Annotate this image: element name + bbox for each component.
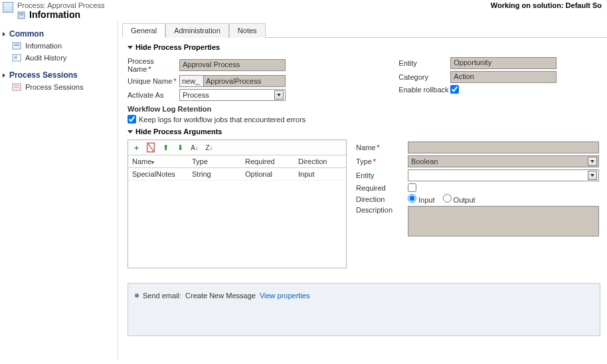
process-type-label: Process: Approval Process xyxy=(17,1,104,9)
solution-context: Working on solution: Default So xyxy=(491,1,602,9)
page-title: Information xyxy=(29,9,80,20)
keep-logs-checkbox[interactable] xyxy=(128,115,136,124)
move-down-button[interactable]: ⬇ xyxy=(175,142,185,153)
tab-notes[interactable]: Notes xyxy=(229,23,266,38)
view-properties-link[interactable]: View properties xyxy=(260,292,310,300)
entity-field: Opportunity xyxy=(450,57,557,69)
tab-strip: General Administration Notes xyxy=(122,23,607,38)
arg-entity-select[interactable] xyxy=(408,169,599,181)
argument-row[interactable]: SpecialNotes String Optional Input xyxy=(128,168,346,181)
chevron-down-icon xyxy=(274,90,284,100)
arg-type-select[interactable]: Boolean xyxy=(408,155,599,167)
nav-group-common: Common xyxy=(0,27,115,40)
category-label: Category xyxy=(398,73,450,81)
sidebar-item-process-sessions[interactable]: Process Sessions xyxy=(0,81,115,93)
info-small-icon xyxy=(17,11,25,19)
section-toggle-arguments[interactable]: Hide Process Arguments xyxy=(128,128,600,136)
svg-rect-7 xyxy=(14,56,17,56)
arg-required-checkbox[interactable] xyxy=(408,183,416,192)
delete-argument-button[interactable] xyxy=(145,142,156,153)
unique-name-field[interactable]: new_ ApprovalProcess xyxy=(179,75,286,87)
sort-desc-button[interactable]: Z↓ xyxy=(204,142,215,153)
svg-rect-2 xyxy=(19,15,23,15)
col-direction[interactable]: Direction xyxy=(294,155,341,167)
add-argument-button[interactable]: ＋ xyxy=(131,142,141,153)
sidebar-item-audit-history[interactable]: Audit History xyxy=(0,52,115,64)
activate-as-label: Activate As xyxy=(128,91,179,99)
svg-rect-12 xyxy=(14,87,19,88)
unique-name-prefix: new_ xyxy=(180,76,204,86)
arg-required-label: Required xyxy=(356,184,408,192)
col-name[interactable]: Name▾ xyxy=(128,155,188,167)
svg-rect-1 xyxy=(19,13,23,14)
workflow-log-retention-header: Workflow Log Retention xyxy=(128,105,305,113)
col-required[interactable]: Required xyxy=(241,155,294,167)
arguments-grid: ＋ ⬆ ⬇ A↓ Z↓ Name▾ Type Required Directio… xyxy=(128,139,347,268)
step-action-value: Create New Message xyxy=(185,292,256,300)
category-field: Action xyxy=(450,71,557,83)
step-row[interactable]: Send email: Create New Message View prop… xyxy=(135,292,593,300)
argument-editor: Name* Type* Boolean Entity xyxy=(356,139,600,268)
activate-as-select[interactable]: Process xyxy=(179,89,286,101)
process-name-field[interactable]: Approval Process xyxy=(179,59,286,71)
move-up-button[interactable]: ⬆ xyxy=(160,142,171,153)
direction-output-option[interactable]: Output xyxy=(443,194,476,204)
enable-rollback-checkbox[interactable] xyxy=(450,85,459,94)
sidebar-label: Audit History xyxy=(25,54,66,62)
arg-type-label: Type* xyxy=(356,157,408,165)
step-action-label: Send email: xyxy=(143,292,181,300)
arg-direction-label: Direction xyxy=(356,195,408,203)
svg-rect-8 xyxy=(14,57,17,58)
keep-logs-label: Keep logs for workflow jobs that encount… xyxy=(139,116,305,124)
window-header: Process: Approval Process Information Wo… xyxy=(0,0,607,21)
unique-name-label: Unique Name* xyxy=(128,77,179,85)
col-type[interactable]: Type xyxy=(188,155,241,167)
tab-administration[interactable]: Administration xyxy=(165,23,229,38)
nav-group-process-sessions: Process Sessions xyxy=(0,68,115,81)
process-name-label: Process Name* xyxy=(128,57,179,73)
sessions-icon xyxy=(12,83,21,91)
sidebar-label: Process Sessions xyxy=(25,83,83,91)
chevron-down-icon xyxy=(588,157,597,166)
arg-name-label: Name* xyxy=(356,143,408,151)
left-nav: Common Information Audit History Process… xyxy=(0,21,118,360)
section-toggle-properties[interactable]: Hide Process Properties xyxy=(128,43,600,51)
svg-rect-11 xyxy=(14,85,19,86)
sort-asc-button[interactable]: A↓ xyxy=(189,142,200,153)
enable-rollback-label: Enable rollback xyxy=(398,86,450,94)
sidebar-label: Information xyxy=(25,42,62,50)
svg-rect-9 xyxy=(14,58,17,59)
arguments-toolbar: ＋ ⬆ ⬇ A↓ Z↓ xyxy=(128,140,346,155)
sidebar-item-information[interactable]: Information xyxy=(0,40,115,52)
chevron-down-icon xyxy=(588,171,597,180)
unique-name-value: ApprovalProcess xyxy=(204,76,285,86)
arg-entity-label: Entity xyxy=(356,171,408,179)
arg-description-input[interactable] xyxy=(408,206,599,236)
steps-panel: Send email: Create New Message View prop… xyxy=(128,283,600,336)
bullet-icon xyxy=(135,294,139,298)
tab-general[interactable]: General xyxy=(122,23,165,38)
process-icon xyxy=(3,2,13,13)
entity-label: Entity xyxy=(398,59,450,67)
arg-name-input[interactable] xyxy=(408,141,599,153)
direction-input-option[interactable]: Input xyxy=(408,194,435,204)
info-icon xyxy=(12,42,21,50)
svg-rect-5 xyxy=(14,45,19,46)
arg-description-label: Description xyxy=(356,206,408,214)
audit-icon xyxy=(12,54,21,62)
svg-rect-4 xyxy=(14,44,19,45)
